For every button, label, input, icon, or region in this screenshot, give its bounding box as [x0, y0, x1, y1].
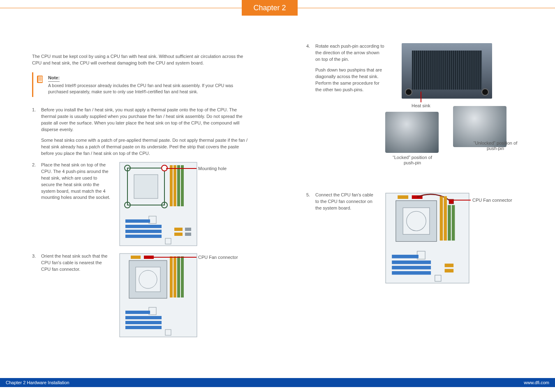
heatsink-fins-icon: [412, 51, 482, 90]
footer-left: Chapter 2 Hardware Installation: [6, 380, 69, 385]
svg-rect-38: [125, 326, 162, 329]
step-body: Before you install the fan / heat sink, …: [41, 107, 249, 157]
step-text-extra: Push down two pushpins that are diagonal…: [315, 67, 385, 93]
svg-rect-19: [125, 235, 162, 238]
step-text: Connect the CPU fan's cable to the CPU f…: [315, 192, 377, 212]
step-text-main: Rotate each push-pin according to the di…: [315, 43, 385, 63]
motherboard-diagram-icon: [119, 162, 197, 246]
push-pin-icon: [405, 88, 412, 96]
svg-rect-23: [174, 233, 183, 236]
svg-rect-58: [445, 264, 454, 267]
svg-rect-12: [170, 165, 173, 206]
svg-rect-48: [440, 196, 443, 241]
page-footer: Chapter 2 Hardware Installation www.dfi.…: [0, 378, 555, 387]
heat-sink-label: Heat sink: [412, 103, 430, 108]
note-text: A boxed Intel® processor already include…: [48, 83, 249, 95]
svg-rect-20: [125, 219, 150, 223]
right-column: 4. Rotate each push-pin according to the…: [306, 43, 523, 353]
left-steps: 1. Before you install the fan / heat sin…: [32, 107, 249, 339]
step-2: 2. Place the heat sink on top of the CPU…: [32, 162, 249, 248]
svg-rect-17: [125, 225, 162, 228]
motherboard-diagram-icon: [119, 253, 197, 337]
left-column: The CPU must be kept cool by using a CPU…: [32, 53, 249, 363]
svg-rect-34: [181, 256, 184, 297]
step-body: Rotate each push-pin according to the di…: [315, 43, 523, 187]
callout-line: [154, 257, 197, 258]
svg-rect-46: [398, 195, 408, 199]
svg-rect-36: [125, 316, 162, 319]
svg-rect-43: [403, 208, 430, 235]
svg-rect-15: [181, 165, 184, 206]
svg-rect-28: [136, 267, 160, 292]
step-text-extra: Some heat sinks come with a patch of pre…: [41, 137, 249, 157]
svg-rect-18: [125, 230, 162, 233]
locked-pushpin-photo: [385, 112, 439, 153]
svg-rect-37: [125, 321, 162, 324]
svg-rect-53: [392, 261, 431, 264]
svg-rect-14: [177, 165, 180, 206]
footer-right: www.dfi.com: [524, 380, 549, 385]
svg-rect-29: [144, 256, 154, 259]
svg-rect-1: [38, 76, 42, 82]
svg-rect-22: [174, 228, 183, 231]
svg-rect-47: [449, 199, 453, 204]
svg-rect-49: [444, 196, 447, 241]
motherboard-diagram-icon: [385, 192, 469, 284]
figure-mounting-hole: Mounting hole: [119, 162, 249, 248]
figure-fan-connector: CPU Fan connector: [119, 253, 249, 339]
note-label: Note:: [48, 75, 60, 82]
note-content: Note: A boxed Intel® processor already i…: [48, 75, 249, 95]
svg-rect-13: [173, 165, 176, 206]
svg-rect-32: [173, 256, 176, 297]
callout-label: CPU Fan connector: [198, 254, 238, 261]
step-1: 1. Before you install the fan / heat sin…: [32, 107, 249, 157]
callout-label: CPU Fan connector: [472, 197, 512, 204]
svg-rect-39: [125, 311, 150, 314]
step-4: 4. Rotate each push-pin according to the…: [306, 43, 523, 187]
step-text: Place the heat sink on top of the CPU. T…: [41, 162, 111, 201]
callout-label: Mounting hole: [198, 166, 227, 172]
step-3: 3. Orient the heat sink such that the CP…: [32, 253, 249, 339]
page-body: The CPU must be kept cool by using a CPU…: [0, 0, 555, 376]
svg-rect-59: [445, 269, 454, 272]
locked-label: “Locked” position of push-pin: [388, 155, 437, 166]
step-text: Before you install the fan / heat sink, …: [41, 107, 249, 133]
step-number: 5.: [306, 192, 312, 286]
callout-line: [421, 92, 421, 102]
note-icon: [36, 75, 45, 84]
svg-rect-31: [170, 256, 173, 297]
push-pin-icon: [481, 88, 489, 96]
callout-line: [453, 200, 471, 201]
intro-text: The CPU must be kept cool by using a CPU…: [32, 53, 249, 67]
step-text: Orient the heat sink such that the CPU f…: [41, 253, 111, 273]
step-number: 3.: [32, 253, 38, 339]
heatsink-top-photo: [402, 43, 492, 99]
svg-rect-24: [185, 228, 191, 231]
svg-rect-56: [392, 255, 419, 258]
step-text: Rotate each push-pin according to the di…: [315, 43, 385, 93]
chapter-tab: Chapter 2: [242, 0, 298, 16]
svg-rect-54: [392, 266, 431, 270]
right-steps: 4. Rotate each push-pin according to the…: [306, 43, 523, 286]
svg-rect-25: [185, 233, 191, 236]
figure-fan-cable: CPU Fan connector: [385, 192, 523, 286]
svg-rect-55: [392, 271, 431, 275]
step-number: 4.: [306, 43, 312, 187]
svg-rect-33: [177, 256, 180, 297]
note-box: Note: A boxed Intel® processor already i…: [32, 72, 249, 97]
step-body: Place the heat sink on top of the CPU. T…: [41, 162, 249, 248]
step-number: 1.: [32, 107, 38, 157]
step-body: Orient the heat sink such that the CPU f…: [41, 253, 249, 339]
svg-rect-30: [131, 256, 141, 259]
svg-rect-7: [134, 175, 158, 198]
unlocked-label: “Unlocked” position of push-pin: [469, 141, 522, 151]
svg-rect-51: [452, 205, 455, 240]
svg-rect-50: [448, 205, 451, 240]
step-body: Connect the CPU fan's cable to the CPU f…: [315, 192, 523, 286]
callout-line: [166, 168, 197, 169]
figure-heatsink-photos: Heat sink “Locked” position of push-pin …: [398, 43, 521, 187]
step-5: 5. Connect the CPU fan's cable to the CP…: [306, 192, 523, 286]
step-number: 2.: [32, 162, 38, 248]
